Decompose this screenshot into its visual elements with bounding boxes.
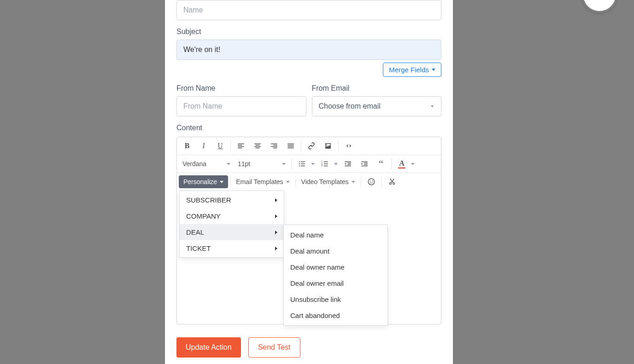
caret-down-icon [286, 181, 290, 183]
personalize-dropdown[interactable]: Personalize [179, 175, 228, 188]
from-email-select[interactable]: Choose from email [312, 96, 442, 116]
submenu-item[interactable]: Deal owner email [284, 275, 387, 291]
align-right-button[interactable] [266, 138, 282, 154]
cut-button[interactable] [384, 174, 400, 190]
chevron-right-icon [275, 247, 277, 250]
svg-point-7 [370, 181, 370, 182]
subject-input[interactable] [176, 40, 441, 60]
submenu-item[interactable]: Deal owner name [284, 259, 387, 275]
svg-point-0 [299, 161, 300, 162]
svg-point-1 [299, 163, 300, 164]
video-templates-dropdown[interactable]: Video Templates [298, 174, 359, 190]
svg-text:3: 3 [322, 165, 323, 167]
bold-button[interactable]: B [179, 138, 195, 154]
svg-point-8 [372, 181, 373, 182]
subject-label: Subject [176, 28, 441, 36]
name-input[interactable] [176, 0, 441, 20]
text-color-options[interactable] [410, 156, 417, 172]
link-button[interactable] [303, 138, 320, 154]
submenu-item[interactable]: Deal amount [284, 243, 387, 259]
personalize-menu: SUBSCRIBER COMPANY DEAL TICKET [179, 191, 284, 258]
update-action-button[interactable]: Update Action [176, 337, 241, 358]
chevron-down-icon [429, 103, 435, 111]
send-test-button[interactable]: Send Test [248, 337, 300, 358]
numbered-list-button[interactable]: 123 [317, 156, 333, 172]
chevron-right-icon [275, 198, 277, 202]
from-name-input[interactable] [176, 96, 306, 116]
caret-down-icon [411, 163, 415, 165]
toolbar-row-2: Verdana 11pt 123 [177, 155, 441, 173]
numbered-list-options[interactable] [333, 156, 340, 172]
menu-item-company[interactable]: COMPANY [180, 208, 284, 224]
emoji-button[interactable] [363, 174, 380, 190]
svg-point-6 [368, 179, 375, 185]
quote-button[interactable]: “ [373, 156, 389, 172]
font-family-dropdown[interactable]: Verdana [179, 156, 234, 172]
caret-down-icon [334, 163, 338, 165]
menu-item-ticket[interactable]: TICKET [180, 240, 284, 256]
submenu-item[interactable]: Deal name [284, 227, 387, 243]
text-color-button[interactable]: A [393, 156, 410, 172]
email-templates-dropdown[interactable]: Email Templates [232, 174, 293, 190]
submenu-item[interactable]: Cart abandoned [284, 307, 387, 324]
menu-item-subscriber[interactable]: SUBSCRIBER [180, 192, 284, 208]
indent-button[interactable] [356, 156, 373, 172]
action-buttons: Update Action Send Test [176, 337, 441, 358]
deal-submenu: Deal name Deal amount Deal owner name De… [283, 225, 388, 326]
svg-point-2 [299, 165, 300, 166]
align-center-button[interactable] [249, 138, 266, 154]
caret-down-icon [282, 163, 286, 165]
chevron-right-icon [275, 214, 277, 218]
caret-down-icon [352, 181, 355, 183]
from-email-label: From Email [312, 84, 442, 92]
merge-fields-label: Merge Fields [389, 66, 429, 74]
italic-button[interactable]: I [195, 138, 212, 154]
avatar [581, 0, 617, 13]
menu-item-deal[interactable]: DEAL [180, 224, 284, 240]
rich-text-editor: B I U [176, 137, 441, 324]
bullet-list-options[interactable] [310, 156, 317, 172]
code-button[interactable] [340, 138, 357, 154]
svg-point-10 [393, 183, 394, 185]
from-name-label: From Name [176, 84, 306, 92]
toolbar-row-1: B I U [177, 137, 441, 155]
underline-button[interactable]: U [212, 138, 229, 154]
align-left-button[interactable] [233, 138, 249, 154]
caret-down-icon [220, 181, 223, 183]
image-button[interactable] [320, 138, 336, 154]
from-email-placeholder: Choose from email [319, 102, 381, 110]
font-size-dropdown[interactable]: 11pt [234, 156, 289, 172]
caret-down-icon [227, 163, 230, 165]
action-form-panel: Subject Merge Fields From Name From Emai… [165, 0, 453, 364]
chevron-right-icon [275, 231, 277, 234]
outdent-button[interactable] [340, 156, 356, 172]
content-label: Content [176, 124, 441, 132]
caret-down-icon [432, 69, 435, 71]
bullet-list-button[interactable] [294, 156, 310, 172]
caret-down-icon [311, 163, 315, 165]
svg-point-9 [389, 183, 391, 185]
submenu-item[interactable]: Unsubscribe link [284, 291, 387, 307]
toolbar-row-3: Personalize Email Templates Video Templa… [177, 173, 441, 191]
merge-fields-button[interactable]: Merge Fields [383, 63, 441, 77]
align-justify-button[interactable] [282, 138, 299, 154]
editor-body[interactable]: SUBSCRIBER COMPANY DEAL TICKET [177, 191, 441, 324]
